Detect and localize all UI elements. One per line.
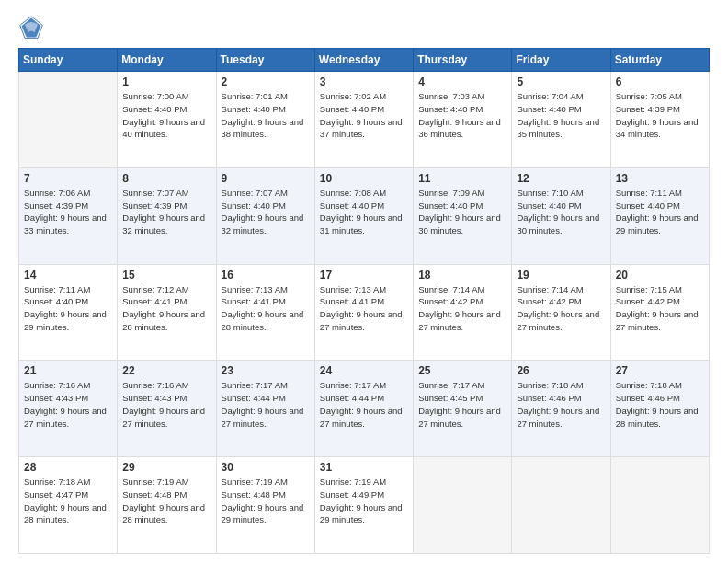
calendar-day-header: Sunday (19, 49, 118, 72)
day-info: Sunrise: 7:13 AMSunset: 4:41 PMDaylight:… (222, 283, 310, 334)
calendar-day-cell (414, 457, 512, 554)
day-info: Sunrise: 7:11 AMSunset: 4:40 PMDaylight:… (24, 283, 112, 334)
day-number: 17 (320, 269, 408, 282)
calendar-day-cell: 8Sunrise: 7:07 AMSunset: 4:39 PMDaylight… (118, 167, 216, 264)
calendar-day-cell: 4Sunrise: 7:03 AMSunset: 4:40 PMDaylight… (414, 72, 512, 168)
calendar-day-cell: 30Sunrise: 7:19 AMSunset: 4:48 PMDayligh… (216, 457, 314, 554)
day-number: 12 (517, 172, 605, 185)
calendar-day-cell: 26Sunrise: 7:18 AMSunset: 4:46 PMDayligh… (512, 361, 610, 457)
calendar-day-header: Saturday (610, 49, 709, 72)
calendar-day-header: Wednesday (314, 49, 413, 72)
day-info: Sunrise: 7:17 AMSunset: 4:44 PMDaylight:… (320, 379, 408, 430)
day-info: Sunrise: 7:16 AMSunset: 4:43 PMDaylight:… (122, 379, 210, 430)
day-number: 23 (222, 364, 310, 377)
calendar-day-header: Tuesday (216, 49, 314, 72)
calendar-week-row: 1Sunrise: 7:00 AMSunset: 4:40 PMDaylight… (19, 72, 710, 168)
calendar-table: SundayMondayTuesdayWednesdayThursdayFrid… (18, 48, 710, 554)
calendar-week-row: 7Sunrise: 7:06 AMSunset: 4:39 PMDaylight… (19, 167, 710, 264)
calendar-day-cell (19, 72, 118, 168)
day-info: Sunrise: 7:18 AMSunset: 4:47 PMDaylight:… (24, 476, 112, 526)
calendar-day-cell: 19Sunrise: 7:14 AMSunset: 4:42 PMDayligh… (512, 264, 610, 361)
day-info: Sunrise: 7:07 AMSunset: 4:39 PMDaylight:… (122, 187, 210, 237)
header (18, 15, 710, 40)
calendar-day-header: Thursday (414, 49, 512, 72)
calendar-week-row: 14Sunrise: 7:11 AMSunset: 4:40 PMDayligh… (19, 264, 710, 361)
day-info: Sunrise: 7:19 AMSunset: 4:48 PMDaylight:… (122, 476, 210, 526)
day-info: Sunrise: 7:14 AMSunset: 4:42 PMDaylight:… (418, 283, 506, 334)
calendar-day-cell: 29Sunrise: 7:19 AMSunset: 4:48 PMDayligh… (118, 457, 216, 554)
day-number: 13 (616, 172, 704, 185)
day-number: 27 (616, 364, 704, 377)
calendar-day-cell: 22Sunrise: 7:16 AMSunset: 4:43 PMDayligh… (118, 361, 216, 457)
calendar-day-cell: 1Sunrise: 7:00 AMSunset: 4:40 PMDaylight… (118, 72, 216, 168)
day-info: Sunrise: 7:02 AMSunset: 4:40 PMDaylight:… (320, 90, 408, 141)
calendar-day-cell: 13Sunrise: 7:11 AMSunset: 4:40 PMDayligh… (610, 167, 709, 264)
calendar-day-cell: 17Sunrise: 7:13 AMSunset: 4:41 PMDayligh… (314, 264, 413, 361)
calendar-day-header: Monday (118, 49, 216, 72)
day-number: 8 (122, 172, 210, 185)
day-info: Sunrise: 7:18 AMSunset: 4:46 PMDaylight:… (616, 379, 704, 430)
calendar-day-cell (512, 457, 610, 554)
day-info: Sunrise: 7:17 AMSunset: 4:44 PMDaylight:… (222, 379, 310, 430)
day-info: Sunrise: 7:09 AMSunset: 4:40 PMDaylight:… (418, 187, 506, 237)
day-info: Sunrise: 7:01 AMSunset: 4:40 PMDaylight:… (222, 90, 310, 141)
calendar-day-cell (610, 457, 709, 554)
calendar-day-cell: 27Sunrise: 7:18 AMSunset: 4:46 PMDayligh… (610, 361, 709, 457)
day-number: 7 (24, 172, 112, 185)
day-info: Sunrise: 7:00 AMSunset: 4:40 PMDaylight:… (122, 90, 210, 141)
day-info: Sunrise: 7:15 AMSunset: 4:42 PMDaylight:… (616, 283, 704, 334)
day-number: 18 (418, 269, 506, 282)
day-number: 20 (616, 269, 704, 282)
day-number: 28 (24, 461, 112, 474)
day-info: Sunrise: 7:16 AMSunset: 4:43 PMDaylight:… (24, 379, 112, 430)
day-info: Sunrise: 7:05 AMSunset: 4:39 PMDaylight:… (616, 90, 704, 141)
day-number: 16 (222, 269, 310, 282)
calendar-day-header: Friday (512, 49, 610, 72)
calendar-week-row: 28Sunrise: 7:18 AMSunset: 4:47 PMDayligh… (19, 457, 710, 554)
day-number: 14 (24, 269, 112, 282)
day-number: 22 (122, 364, 210, 377)
calendar-day-cell: 9Sunrise: 7:07 AMSunset: 4:40 PMDaylight… (216, 167, 314, 264)
calendar-day-cell: 14Sunrise: 7:11 AMSunset: 4:40 PMDayligh… (19, 264, 118, 361)
day-number: 4 (418, 75, 506, 88)
page: SundayMondayTuesdayWednesdayThursdayFrid… (0, 0, 728, 563)
calendar-day-cell: 2Sunrise: 7:01 AMSunset: 4:40 PMDaylight… (216, 72, 314, 168)
calendar-day-cell: 23Sunrise: 7:17 AMSunset: 4:44 PMDayligh… (216, 361, 314, 457)
calendar-day-cell: 12Sunrise: 7:10 AMSunset: 4:40 PMDayligh… (512, 167, 610, 264)
day-number: 25 (418, 364, 506, 377)
day-info: Sunrise: 7:12 AMSunset: 4:41 PMDaylight:… (122, 283, 210, 334)
day-info: Sunrise: 7:06 AMSunset: 4:39 PMDaylight:… (24, 187, 112, 237)
day-number: 31 (320, 461, 408, 474)
calendar-week-row: 21Sunrise: 7:16 AMSunset: 4:43 PMDayligh… (19, 361, 710, 457)
day-info: Sunrise: 7:07 AMSunset: 4:40 PMDaylight:… (222, 187, 310, 237)
day-number: 19 (517, 269, 605, 282)
day-number: 24 (320, 364, 408, 377)
day-number: 26 (517, 364, 605, 377)
day-info: Sunrise: 7:13 AMSunset: 4:41 PMDaylight:… (320, 283, 408, 334)
day-info: Sunrise: 7:08 AMSunset: 4:40 PMDaylight:… (320, 187, 408, 237)
day-number: 30 (222, 461, 310, 474)
day-info: Sunrise: 7:10 AMSunset: 4:40 PMDaylight:… (517, 187, 605, 237)
calendar-day-cell: 20Sunrise: 7:15 AMSunset: 4:42 PMDayligh… (610, 264, 709, 361)
calendar-day-cell: 7Sunrise: 7:06 AMSunset: 4:39 PMDaylight… (19, 167, 118, 264)
calendar-day-cell: 21Sunrise: 7:16 AMSunset: 4:43 PMDayligh… (19, 361, 118, 457)
day-info: Sunrise: 7:04 AMSunset: 4:40 PMDaylight:… (517, 90, 605, 141)
calendar-day-cell: 5Sunrise: 7:04 AMSunset: 4:40 PMDaylight… (512, 72, 610, 168)
day-number: 15 (122, 269, 210, 282)
day-number: 3 (320, 75, 408, 88)
logo-icon (18, 15, 44, 40)
day-number: 6 (616, 75, 704, 88)
calendar-day-cell: 16Sunrise: 7:13 AMSunset: 4:41 PMDayligh… (216, 264, 314, 361)
day-info: Sunrise: 7:19 AMSunset: 4:48 PMDaylight:… (222, 476, 310, 526)
day-number: 2 (222, 75, 310, 88)
day-number: 9 (222, 172, 310, 185)
calendar-day-cell: 3Sunrise: 7:02 AMSunset: 4:40 PMDaylight… (314, 72, 413, 168)
day-number: 11 (418, 172, 506, 185)
day-number: 21 (24, 364, 112, 377)
day-info: Sunrise: 7:03 AMSunset: 4:40 PMDaylight:… (418, 90, 506, 141)
day-number: 5 (517, 75, 605, 88)
calendar-header-row: SundayMondayTuesdayWednesdayThursdayFrid… (19, 49, 710, 72)
calendar-day-cell: 6Sunrise: 7:05 AMSunset: 4:39 PMDaylight… (610, 72, 709, 168)
calendar-day-cell: 24Sunrise: 7:17 AMSunset: 4:44 PMDayligh… (314, 361, 413, 457)
logo (18, 15, 48, 40)
